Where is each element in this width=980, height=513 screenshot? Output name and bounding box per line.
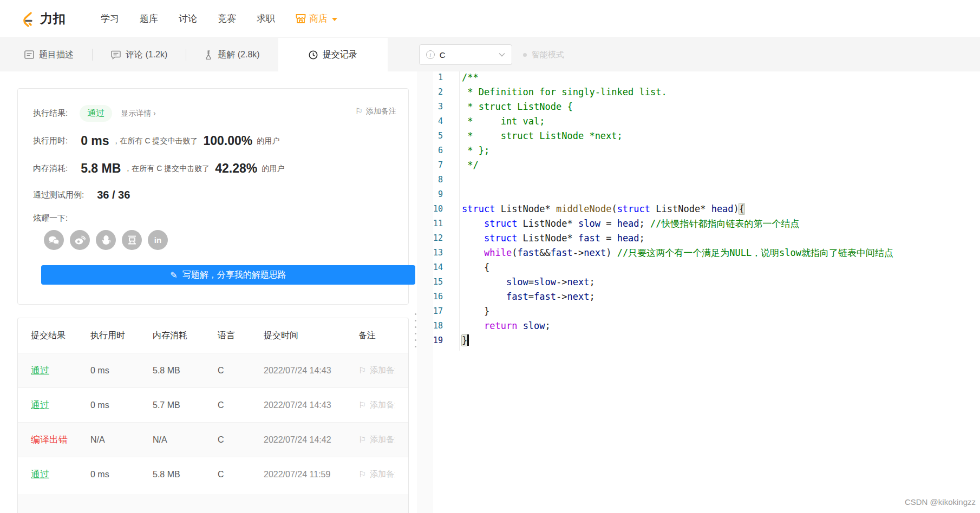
add-note-row-button[interactable]: ⚐添加备注 (358, 400, 395, 410)
tab-2[interactable]: 题解 (2.8k) (186, 38, 278, 71)
time-cell: 2022/07/24 14:43 (264, 400, 358, 410)
line-content: while(fast&&fast->next) //只要这两个有一个满足为NUL… (462, 246, 893, 260)
line-number: 15 (417, 275, 443, 290)
line-number: 6 (417, 143, 443, 158)
linkedin-icon[interactable]: in (148, 230, 168, 250)
social-share-row: in (44, 230, 396, 250)
memory-cell: 5.7 MB (153, 400, 218, 410)
csdn-watermark: CSDN @kikokingzz (905, 497, 976, 507)
line-number: 8 (417, 173, 443, 187)
runtime-cell: 0 ms (90, 366, 153, 376)
line-content: slow=slow->next; (462, 275, 595, 290)
line-content: } (462, 304, 489, 319)
runtime-cell: N/A (90, 435, 153, 445)
code-line-5: 5 * struct ListNode *next; (417, 129, 980, 143)
memory-cell: 5.8 MB (153, 366, 218, 376)
line-number: 16 (417, 290, 443, 304)
add-note-row-button[interactable]: ⚐添加备注 (358, 469, 395, 479)
smart-mode-label: 智能模式 (532, 50, 564, 60)
table-row: 通过0 ms5.7 MBC2022/07/24 14:43⚐添加备注 (18, 387, 408, 422)
runtime-row: 执行用时: 0 ms ，在所有 C 提交中击败了 100.00% 的用户 (33, 134, 396, 148)
chevron-down-icon (499, 52, 505, 57)
line-number: 12 (417, 231, 443, 246)
result-cell: 通过 (31, 399, 90, 411)
runtime-value: 0 ms (81, 134, 109, 148)
qq-icon[interactable] (96, 230, 116, 250)
memory-beats-text: ，在所有 C 提交中击败了 (124, 164, 210, 174)
smart-mode-toggle[interactable]: 智能模式 (523, 50, 564, 60)
add-note-row-button[interactable]: ⚐添加备注 (358, 435, 395, 445)
douban-icon[interactable] (122, 230, 142, 250)
nav-item-0[interactable]: 学习 (101, 12, 119, 25)
leetcode-logo-icon (21, 11, 35, 27)
info-icon: i (426, 50, 435, 59)
language-select[interactable]: i C (419, 44, 512, 65)
code-line-1: 1/** (417, 70, 980, 85)
leetcode-logo[interactable]: 力扣 (21, 10, 66, 27)
time-cell: 2022/07/24 14:42 (264, 435, 358, 445)
tab-0[interactable]: 题目描述 (0, 38, 92, 71)
line-content: { (462, 260, 489, 275)
memory-value: 5.8 MB (81, 161, 121, 176)
line-number: 1 (417, 70, 443, 85)
nav-item-3[interactable]: 竞赛 (218, 12, 236, 25)
line-number: 4 (417, 114, 443, 129)
submission-result-link[interactable]: 通过 (31, 365, 49, 376)
runtime-beats-text: ，在所有 C 提交中击败了 (113, 136, 198, 146)
line-content: * Definition for singly-linked list. (462, 85, 667, 100)
nav-item-5[interactable]: 商店 (296, 12, 337, 25)
main-split: 执行结果: 通过 显示详情 › ⚐ 添加备注 执行用时: 0 ms ，在所有 C… (0, 71, 980, 513)
weibo-icon[interactable] (70, 230, 90, 250)
runtime-beats-value: 100.00% (204, 134, 253, 148)
code-editor[interactable]: 1/**2 * Definition for singly-linked lis… (417, 71, 980, 513)
wechat-icon[interactable] (44, 230, 64, 250)
line-content: * struct ListNode { (462, 100, 573, 114)
line-content: return slow; (462, 319, 551, 333)
code-line-10: 10struct ListNode* middleNode(struct Lis… (417, 202, 980, 216)
nav-item-label: 学习 (101, 12, 119, 25)
memory-beats-suffix: 的用户 (262, 164, 284, 174)
tab-3[interactable]: 提交记录 (278, 38, 388, 71)
column-header-1: 执行用时 (90, 330, 153, 341)
nav-item-2[interactable]: 讨论 (179, 12, 197, 25)
result-label: 执行结果: (33, 108, 68, 119)
nav-item-1[interactable]: 题库 (140, 12, 158, 25)
memory-cell: 5.8 MB (153, 470, 218, 479)
code-line-7: 7 */ (417, 158, 980, 173)
add-note-row-button[interactable]: ⚐添加备注 (358, 365, 395, 376)
write-solution-button[interactable]: ✎ 写题解，分享我的解题思路 (41, 265, 415, 285)
code-line-3: 3 * struct ListNode { (417, 100, 980, 114)
memory-label: 内存消耗: (33, 163, 68, 174)
line-content: struct ListNode* slow = head; //快慢指针都指向链… (462, 216, 800, 231)
text-cursor (467, 334, 469, 346)
add-note-row-label: 添加备注 (370, 400, 395, 410)
show-details-link[interactable]: 显示详情 › (121, 109, 156, 119)
result-row: 执行结果: 通过 显示详情 › ⚐ 添加备注 (33, 105, 396, 122)
brag-label: 炫耀一下: (33, 213, 396, 223)
code-line-12: 12 struct ListNode* fast = head; (417, 231, 980, 246)
tab-1[interactable]: 评论 (1.2k) (93, 38, 186, 71)
code-line-4: 4 * int val; (417, 114, 980, 129)
column-header-0: 提交结果 (31, 330, 90, 341)
line-number: 18 (417, 319, 443, 333)
nav-item-4[interactable]: 求职 (257, 12, 275, 25)
line-content: * }; (462, 143, 489, 158)
line-number: 5 (417, 129, 443, 143)
nav-item-label: 商店 (309, 12, 328, 25)
submission-result-link[interactable]: 编译出错 (31, 435, 68, 445)
nav-item-label: 求职 (257, 12, 275, 25)
add-note-button[interactable]: ⚐ 添加备注 (355, 106, 396, 116)
line-content: * int val; (462, 114, 545, 129)
flag-icon: ⚐ (355, 106, 363, 116)
submission-result-link[interactable]: 通过 (31, 400, 49, 410)
description-icon (24, 50, 34, 59)
flag-icon: ⚐ (358, 400, 366, 410)
submission-result-link[interactable]: 通过 (31, 469, 49, 479)
runtime-beats-suffix: 的用户 (257, 136, 279, 146)
language-cell: C (218, 400, 264, 410)
result-cell: 编译出错 (31, 433, 90, 446)
result-cell: 通过 (31, 468, 90, 481)
pencil-icon: ✎ (170, 270, 177, 280)
add-note-label: 添加备注 (366, 107, 396, 116)
line-number: 9 (417, 187, 443, 202)
